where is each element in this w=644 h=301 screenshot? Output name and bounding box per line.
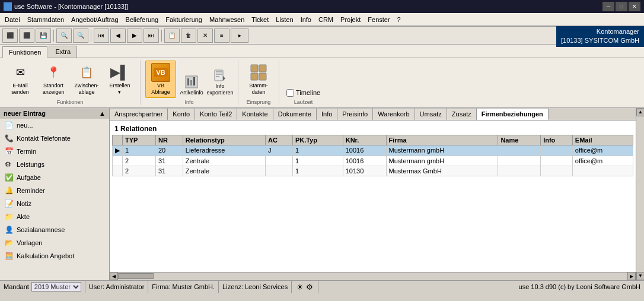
ribbon-btn-infoexport[interactable]: Infoexportieren [207, 66, 233, 98]
tab-dokumente[interactable]: Dokumente [273, 108, 317, 120]
erstellen-label: Erstellen▾ [109, 83, 130, 96]
cell-pktyp: 1 [292, 156, 343, 166]
ribbon-btn-standort[interactable]: 📍 Standort anzeigen [38, 61, 69, 98]
sidebar-header-label: neuer Eintrag [4, 110, 46, 117]
menu-mahnwesen[interactable]: Mahnwesen [206, 13, 248, 26]
scroll-down[interactable]: ▼ [636, 272, 644, 280]
col-header-info[interactable]: Info [541, 135, 573, 145]
col-header-typ[interactable]: TYP [123, 135, 156, 145]
ribbon-btn-stammdaten[interactable]: Stamm-daten [243, 61, 274, 98]
toolbar-strip: ⬛ ⬛ 💾 🔍 🔍 ⏮ ◀ ▶ ⏭ 📋 🗑 ✕ ≡ ▸ [0, 27, 644, 45]
settings-icon[interactable]: ⚙ [306, 283, 313, 292]
mandant-select[interactable]: 2019 Muster [31, 282, 81, 292]
tab-firmenbeziehungen[interactable]: Firmenbeziehungen [477, 108, 549, 120]
menu-projekt[interactable]: Projekt [337, 13, 364, 26]
tab-konto[interactable]: Konto [168, 108, 195, 120]
sun-icon[interactable]: ☀ [297, 283, 304, 292]
close-button[interactable]: ✕ [629, 2, 640, 11]
menu-belieferung[interactable]: Belieferung [122, 13, 162, 26]
ribbon-btn-erstellen[interactable]: ▶▌ Erstellen▾ [104, 61, 135, 98]
col-header-relationstyp[interactable]: Relationstyp [183, 135, 265, 145]
tb-btn-4[interactable]: 🔍 [56, 28, 72, 43]
sidebar-item-sozial[interactable]: 👤 Sozialanamnese [0, 223, 109, 236]
tab-umsatz[interactable]: Umsatz [415, 108, 447, 120]
ribbon-tab-extra[interactable]: Extra [49, 46, 77, 58]
sidebar-item-akte[interactable]: 📁 Akte [0, 210, 109, 223]
h-scroll-track[interactable] [118, 273, 627, 280]
menu-help[interactable]: ? [394, 13, 404, 26]
main-area: neuer Eintrag ▲ 📄 neu... 📞 Kontakt Telef… [0, 108, 644, 280]
table-row[interactable]: ▶ 1 20 Lieferadresse J 1 10016 Musterman… [113, 145, 633, 156]
cell-typ: 1 [123, 145, 156, 156]
h-scroll-right[interactable]: ▶ [627, 272, 636, 280]
ribbon-btn-vb[interactable]: VB VBAbfrage [145, 61, 176, 98]
minimize-button[interactable]: ─ [602, 2, 614, 11]
col-header-ac[interactable]: AC [266, 135, 293, 145]
sidebar-item-kontakt[interactable]: 📞 Kontakt Telefonate [0, 132, 109, 145]
tb-btn-1[interactable]: ⬛ [2, 28, 18, 43]
menu-stammdaten[interactable]: Stammdaten [24, 13, 68, 26]
menu-listen[interactable]: Listen [272, 13, 297, 26]
col-header-knr[interactable]: KNr. [343, 135, 386, 145]
tab-zusatz[interactable]: Zusatz [447, 108, 477, 120]
timeline-check[interactable] [286, 89, 294, 97]
sidebar-item-kalkulation[interactable]: 🧮 Kalkulation Angebot [0, 249, 109, 262]
h-scroll-thumb[interactable] [118, 273, 154, 279]
ribbon-btn-artikelinfo[interactable]: Artikelinfo [178, 73, 205, 98]
tb-btn-9[interactable]: ⏭ [144, 28, 159, 43]
menu-info[interactable]: Info [297, 13, 315, 26]
tb-btn-11[interactable]: 🗑 [181, 28, 196, 43]
kontomanager-id: [10133] SYSITCOM GmbH [561, 36, 639, 45]
sidebar-item-reminder[interactable]: 🔔 Reminder [0, 184, 109, 197]
sidebar-header[interactable]: neuer Eintrag ▲ [0, 108, 109, 119]
menu-fakturierung[interactable]: Fakturierung [162, 13, 206, 26]
tb-btn-13[interactable]: ≡ [214, 28, 229, 43]
col-header-pktyp[interactable]: PK.Typ [292, 135, 343, 145]
tb-btn-12[interactable]: ✕ [197, 28, 213, 43]
col-header-firma[interactable]: Firma [386, 135, 498, 145]
timeline-checkbox[interactable]: Timeline [286, 89, 320, 97]
scroll-up[interactable]: ▲ [636, 108, 644, 116]
sidebar-item-termin[interactable]: 📅 Termin [0, 145, 109, 158]
sidebar-item-vorlagen[interactable]: 📂 Vorlagen [0, 236, 109, 249]
tab-warenkorb[interactable]: Warenkorb [373, 108, 415, 120]
tb-btn-10[interactable]: 📋 [164, 28, 180, 43]
sidebar-item-notiz[interactable]: 📝 Notiz [0, 197, 109, 210]
tb-btn-2[interactable]: ⬛ [19, 28, 34, 43]
tab-info[interactable]: Info [317, 108, 337, 120]
title-bar: use Software - [Kontomanager [10133]] ─ … [0, 0, 644, 13]
ribbon-btn-zwischen[interactable]: 📋 Zwischen- ablage [71, 61, 102, 98]
cell-email [572, 166, 633, 176]
col-header-name[interactable]: Name [498, 135, 541, 145]
menu-ticket[interactable]: Ticket [248, 13, 272, 26]
svg-text:VB: VB [156, 69, 165, 76]
menu-datei[interactable]: Datei [1, 13, 24, 26]
tb-btn-extra[interactable]: ▸ [231, 28, 248, 43]
menu-crm[interactable]: CRM [315, 13, 337, 26]
sidebar-item-aufgabe[interactable]: ✅ Aufgabe [0, 171, 109, 184]
tb-btn-3[interactable]: 💾 [36, 28, 51, 43]
ribbon-btn-email[interactable]: ✉ E-Mail senden [5, 61, 36, 98]
maximize-button[interactable]: □ [616, 2, 627, 11]
firma-label: Firma: Muster GmbH. [152, 283, 215, 290]
table-row[interactable]: 2 31 Zentrale 1 10130 Mustermax GmbH [113, 166, 633, 176]
tb-btn-6[interactable]: ⏮ [94, 28, 109, 43]
sidebar-item-leistung[interactable]: ⚙ Leistungs [0, 158, 109, 171]
tb-btn-8[interactable]: ▶ [127, 28, 142, 43]
col-header-nr[interactable]: NR [155, 135, 183, 145]
tab-konto-teil2[interactable]: Konto Teil2 [195, 108, 237, 120]
h-scroll-left[interactable]: ◀ [110, 272, 118, 280]
sidebar-item-neu[interactable]: 📄 neu... [0, 119, 109, 132]
tb-btn-7[interactable]: ◀ [110, 28, 126, 43]
table-row[interactable]: 2 31 Zentrale 1 10016 Mustermann gmbH of… [113, 156, 633, 166]
sidebar-collapse-icon: ▲ [99, 110, 106, 117]
menu-fenster[interactable]: Fenster [364, 13, 393, 26]
ribbon-tab-funktionen[interactable]: Funktionen [2, 46, 47, 58]
col-header-email[interactable]: EMail [572, 135, 633, 145]
menu-angebot[interactable]: Angebot/Auftrag [68, 13, 122, 26]
tab-preisinfo[interactable]: Preisinfo [337, 108, 373, 120]
tab-ansprechpartner[interactable]: Ansprechpartner [110, 108, 168, 120]
tb-btn-5[interactable]: 🔍 [73, 28, 88, 43]
tab-kontakte[interactable]: Kontakte [237, 108, 273, 120]
sidebar-item-akte-label: Akte [17, 213, 30, 220]
